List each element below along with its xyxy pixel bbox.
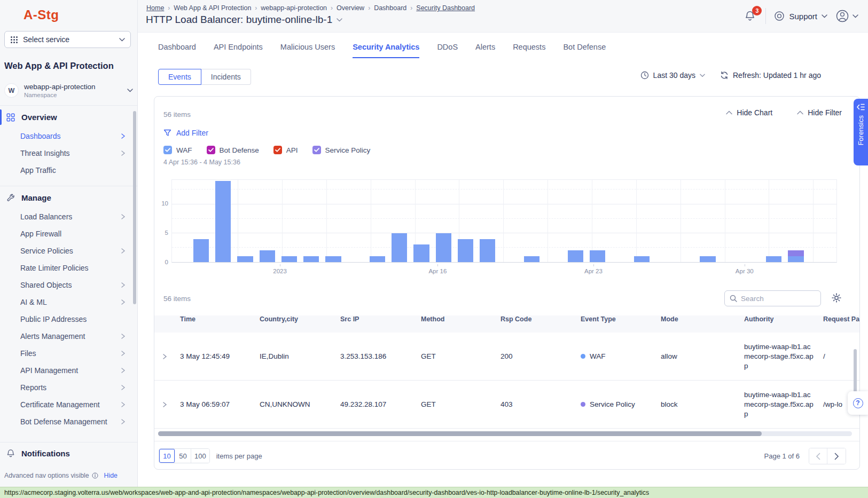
namespace-selector[interactable]: W webapp-api-protection Namespace — [4, 83, 133, 98]
row-expand-chevron[interactable] — [154, 353, 180, 360]
page-size-10[interactable]: 10 — [159, 449, 175, 463]
account-menu[interactable] — [835, 9, 858, 23]
sidebar-item-certificate-management[interactable]: Certificate Management — [0, 396, 137, 413]
row-expand-chevron[interactable] — [154, 401, 180, 408]
sidebar-item-service-policies[interactable]: Service Policies — [0, 242, 137, 259]
bar — [568, 180, 583, 262]
tab-alerts[interactable]: Alerts — [475, 43, 495, 58]
breadcrumb-link-dashboard[interactable]: Dashboard — [374, 4, 406, 12]
sidebar-section-manage[interactable]: Manage — [0, 187, 137, 208]
sidebar-item-load-balancers[interactable]: Load Balancers — [0, 208, 137, 225]
breadcrumb-link-security-dashboard[interactable]: Security Dashboard — [416, 4, 475, 12]
tab-api-endpoints[interactable]: API Endpoints — [214, 43, 263, 58]
tab-dashboard[interactable]: Dashboard — [158, 43, 196, 58]
sidebar-item-notifications[interactable]: Notifications — [0, 442, 137, 464]
x-axis-tick — [437, 264, 438, 266]
table-settings-button[interactable] — [832, 293, 841, 303]
events-toggle-button[interactable]: Events — [158, 69, 201, 85]
filter-label: Service Policy — [325, 146, 371, 154]
hide-filter-button[interactable]: Hide Filter — [797, 108, 842, 117]
cell-time: 3 May 12:45:49 — [180, 352, 260, 360]
sidebar-item-bot-defense-management[interactable]: Bot Defense Management — [0, 413, 137, 430]
select-service-dropdown[interactable]: Select service — [4, 31, 131, 48]
main-area: Home›Web App & API Protection›webapp-api… — [138, 0, 868, 487]
event-type-dot — [581, 402, 585, 407]
add-filter-button[interactable]: Add Filter — [163, 129, 208, 137]
cell-rsp-code: 403 — [501, 400, 581, 408]
sidebar-item-app-traffic[interactable]: App Traffic — [0, 162, 137, 179]
filter-checkbox-service-policy[interactable]: Service Policy — [312, 146, 371, 154]
sidebar-item-files[interactable]: Files — [0, 345, 137, 362]
scrollbar-thumb[interactable] — [158, 431, 762, 436]
filter-checkbox-waf[interactable]: WAF — [163, 146, 192, 154]
chevron-down-icon — [822, 14, 827, 18]
sidebar-item-dashboards[interactable]: Dashboards — [0, 128, 137, 145]
breadcrumb-link-overview[interactable]: Overview — [337, 4, 364, 12]
breadcrumb-link-webapp-api-protection[interactable]: webapp-api-protection — [261, 4, 327, 12]
bar — [590, 180, 605, 262]
notifications-bell-button[interactable]: 3 — [742, 8, 757, 24]
refresh-button[interactable]: Refresh: Updated 1 hr ago — [720, 71, 821, 80]
cell-mode: allow — [661, 352, 744, 360]
sidebar-scrollbar[interactable] — [133, 111, 136, 304]
info-icon — [92, 472, 98, 479]
time-range-dropdown[interactable]: Last 30 days — [640, 71, 705, 80]
sidebar-item-reports[interactable]: Reports — [0, 379, 137, 396]
chevron-right-icon — [120, 384, 126, 391]
sidebar-item-label: Public IP Addresses — [20, 315, 87, 323]
sidebar-item-label: Alerts Management — [20, 332, 85, 341]
sidebar-item-public-ip-addresses[interactable]: Public IP Addresses — [0, 311, 137, 328]
bar-segment-events — [193, 239, 209, 262]
sidebar-item-threat-insights[interactable]: Threat Insights — [0, 145, 137, 162]
clock-icon — [640, 71, 649, 80]
incidents-toggle-button[interactable]: Incidents — [201, 69, 251, 85]
sidebar-item-ai-ml[interactable]: AI & ML — [0, 294, 137, 311]
next-page-button[interactable] — [827, 448, 846, 464]
support-menu[interactable]: Support — [774, 11, 827, 21]
breadcrumb-link-web-app-api-protection[interactable]: Web App & API Protection — [174, 4, 251, 12]
namespace-type: Namespace — [24, 92, 96, 98]
column-header-event-type: Event Type — [581, 315, 661, 323]
bar — [810, 180, 826, 262]
tab-security-analytics[interactable]: Security Analytics — [353, 43, 419, 58]
page-size-50[interactable]: 50 — [175, 449, 191, 463]
bar-segment-events — [370, 256, 385, 262]
title-chevron-down-icon[interactable] — [337, 18, 342, 22]
sidebar-item-alerts-management[interactable]: Alerts Management — [0, 328, 137, 345]
filter-checkbox-bot-defense[interactable]: Bot Defense — [207, 146, 259, 154]
help-button[interactable]: ? — [848, 391, 868, 415]
table-horizontal-scrollbar[interactable] — [158, 431, 852, 436]
bar — [480, 180, 495, 262]
tab-bot-defense[interactable]: Bot Defense — [563, 43, 606, 58]
breadcrumb-link-home[interactable]: Home — [146, 4, 164, 12]
filter-checkbox-api[interactable]: API — [273, 146, 298, 154]
hide-advanced-nav-link[interactable]: Hide — [104, 472, 118, 479]
search-input[interactable] — [741, 295, 816, 303]
sidebar-item-app-firewall[interactable]: App Firewall — [0, 225, 137, 242]
sidebar-item-rate-limiter-policies[interactable]: Rate Limiter Policies — [0, 259, 137, 276]
tab-requests[interactable]: Requests — [513, 43, 545, 58]
bar-segment-events — [303, 256, 319, 262]
breadcrumb-separator: › — [168, 4, 170, 12]
checkbox-checked-icon — [273, 146, 282, 154]
x-axis-tick — [280, 264, 280, 266]
sidebar-item-label: Threat Insights — [20, 149, 70, 157]
page-size-100[interactable]: 100 — [191, 449, 209, 463]
sidebar-item-api-management[interactable]: API Management — [0, 362, 137, 379]
hide-chart-button[interactable]: Hide Chart — [726, 108, 772, 117]
sidebar-item-label: Bot Defense Management — [20, 417, 107, 426]
chevron-down-icon — [700, 74, 705, 77]
sidebar-item-label: API Management — [20, 366, 78, 375]
forensics-panel-tab[interactable]: Forensics — [854, 99, 868, 165]
cell-authority: buytime-waap-lb1.acmecorp-stage.f5xc.app — [744, 342, 819, 371]
bar-segment-events — [237, 256, 253, 262]
breadcrumb-separator: › — [368, 4, 370, 12]
tab-ddos[interactable]: DDoS — [437, 43, 458, 58]
sidebar-item-shared-objects[interactable]: Shared Objects — [0, 276, 137, 294]
x-axis-tick-label: Apr 30 — [736, 268, 754, 274]
funnel-icon — [163, 129, 171, 137]
previous-page-button[interactable] — [809, 448, 827, 464]
sidebar-section-overview[interactable]: Overview — [0, 107, 137, 128]
filter-label: WAF — [176, 146, 192, 154]
tab-malicious-users[interactable]: Malicious Users — [280, 43, 335, 58]
